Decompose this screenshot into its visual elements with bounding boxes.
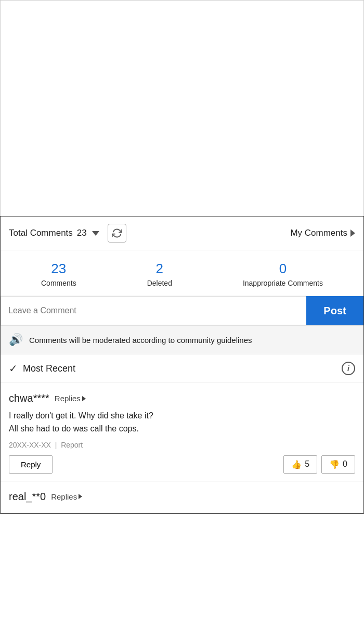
comment-2-replies-label: Replies [51,492,77,501]
sort-label: Most Recent [23,363,75,374]
stat-inappropriate-label: Inappropriate Comments [243,279,323,287]
stat-inappropriate-number: 0 [279,261,287,277]
speaker-icon: 🔊 [9,333,23,347]
top-blank-area [0,0,364,216]
like-button[interactable]: 👍 5 [283,455,317,474]
stat-deleted-label: Deleted [147,279,172,287]
vote-buttons: 👍 5 👎 0 [283,455,355,474]
comment-input[interactable] [1,296,306,325]
comment-item: chwa**** Replies I really don't get it. … [1,383,363,481]
comment-2-username: real_**0 [9,491,46,503]
stats-row: 23 Comments 2 Deleted 0 Inappropriate Co… [1,250,363,296]
comments-section: Total Comments 23 My Comments 23 Comment… [0,216,364,514]
sort-left: ✓ Most Recent [9,362,75,375]
reply-button[interactable]: Reply [9,455,53,474]
comment-body: I really don't get it. Why did she take … [9,410,355,436]
comment-2-meta-top: real_**0 Replies [9,491,355,503]
chevron-down-icon[interactable] [92,231,99,236]
comment-actions: Reply 👍 5 👎 0 [9,455,355,481]
stat-inappropriate: 0 Inappropriate Comments [243,261,323,287]
comment-date: 20XX-XX-XX [9,441,51,449]
report-link[interactable]: Report [61,441,83,449]
stat-comments: 23 Comments [41,261,76,287]
stat-deleted: 2 Deleted [147,261,172,287]
replies-chevron-icon [82,396,86,401]
checkmark-icon: ✓ [9,362,18,375]
replies-link[interactable]: Replies [55,394,86,403]
dislike-count: 0 [343,460,347,469]
my-comments-button[interactable]: My Comments [290,228,355,238]
moderation-text: Comments will be moderated according to … [29,335,252,346]
comment-meta-top: chwa**** Replies [9,392,355,404]
thumbs-up-icon: 👍 [291,460,302,469]
comment-2-replies-link[interactable]: Replies [51,492,82,501]
stat-comments-label: Comments [41,279,76,287]
comment-2-replies-chevron-icon [79,494,82,499]
like-count: 5 [305,460,309,469]
post-button[interactable]: Post [306,296,363,325]
comment-item-2: real_**0 Replies [1,481,363,513]
comment-date-report: 20XX-XX-XX | Report [9,441,355,449]
stat-comments-number: 23 [51,261,66,277]
total-comments-count: 23 [77,228,87,238]
total-comments-left: Total Comments 23 [9,224,126,243]
comment-input-row: Post [1,296,363,325]
moderation-notice: 🔊 Comments will be moderated according t… [1,325,363,354]
thumbs-down-icon: 👎 [329,460,340,469]
total-comments-label: Total Comments [9,228,73,238]
comment-username: chwa**** [9,392,49,404]
stat-deleted-number: 2 [156,261,163,277]
replies-label: Replies [55,394,81,403]
refresh-button[interactable] [108,224,126,243]
info-icon[interactable]: i [342,362,355,375]
sort-row: ✓ Most Recent i [1,354,363,383]
dislike-button[interactable]: 👎 0 [321,455,355,474]
chevron-right-icon [350,229,355,237]
my-comments-label: My Comments [290,228,347,238]
comments-header: Total Comments 23 My Comments [1,216,363,250]
